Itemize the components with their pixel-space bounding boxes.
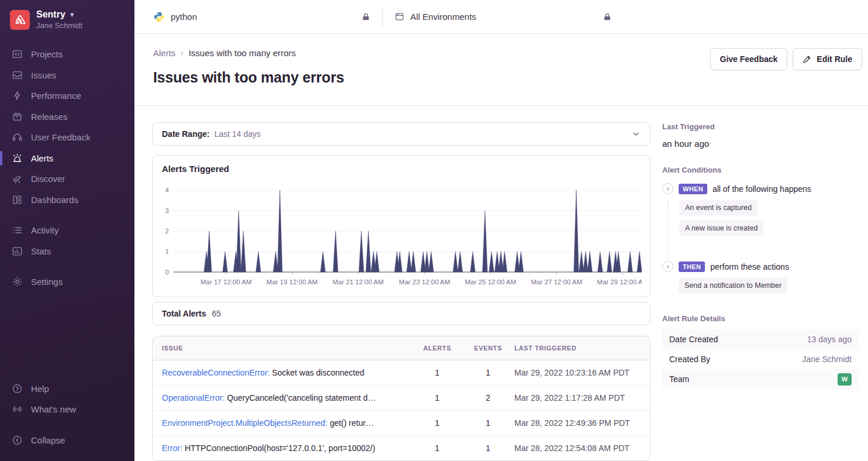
sidebar-item-label: User Feedback — [31, 132, 91, 142]
collapse-icon — [11, 435, 23, 446]
edit-rule-button[interactable]: Edit Rule — [793, 48, 862, 70]
last-triggered-time: Mar 29, 2022 10:23:16 AM PDT — [513, 368, 641, 377]
main-column: Date Range: Last 14 days Alerts Triggere… — [152, 122, 651, 461]
sidebar-item-issues[interactable]: Issues — [0, 65, 134, 86]
alerts-count: 1 — [411, 393, 463, 402]
alerts-triggered-chart: 01234Mar 17 12:00 AMMar 19 12:00 AMMar 2… — [162, 176, 642, 292]
when-badge: WHEN — [679, 184, 707, 194]
sidebar-item-user-feedback[interactable]: User Feedback — [0, 127, 134, 148]
org-switcher[interactable]: Sentry▼ Jane Schmidt — [0, 9, 134, 30]
org-user: Jane Schmidt — [36, 21, 82, 30]
table-row[interactable]: RecoverableConnectionError: Socket was d… — [153, 360, 650, 385]
projects-icon — [11, 49, 23, 60]
lock-icon[interactable] — [361, 12, 371, 22]
date-range-selector[interactable]: Date Range: Last 14 days — [152, 122, 651, 146]
events-count: 1 — [463, 368, 513, 377]
dashboards-icon — [11, 194, 23, 205]
details-panel: Last Triggered an hour ago Alert Conditi… — [662, 122, 859, 389]
table-row[interactable]: OperationalError: QueryCanceled('canceli… — [153, 385, 650, 410]
condition-chip: An event is captured — [679, 200, 758, 215]
sidebar-item-alerts[interactable]: Alerts — [0, 148, 134, 169]
column-header-events: EVENTS — [463, 345, 513, 352]
last-triggered-heading: Last Triggered — [662, 122, 859, 131]
sidebar-item-performance[interactable]: Performance — [0, 85, 134, 106]
sidebar-item-settings[interactable]: Settings — [0, 271, 134, 293]
total-alerts-label: Total Alerts — [162, 309, 206, 318]
issue-link[interactable]: EnvironmentProject.MultipleObjectsReturn… — [162, 418, 327, 428]
issues-table: ISSUE ALERTS EVENTS LAST TRIGGERED Recov… — [152, 336, 651, 461]
chart-title: Alerts Triggered — [162, 164, 642, 174]
sidebar-item-label: Settings — [31, 277, 63, 287]
python-logo-icon — [153, 11, 165, 23]
events-count: 2 — [463, 393, 513, 402]
expand-circle-icon[interactable] — [662, 183, 673, 194]
last-triggered-time: Mar 29, 2022 1:17:28 AM PDT — [513, 393, 641, 402]
action-chip: Send a notification to Member — [679, 278, 787, 293]
alerts-count: 1 — [411, 443, 463, 453]
sidebar-item-whats-new[interactable]: What's new — [0, 399, 134, 420]
svg-text:1: 1 — [165, 248, 169, 255]
when-text: all of the following happens — [713, 184, 811, 194]
then-actions-list: Send a notification to Member — [668, 278, 859, 293]
give-feedback-button[interactable]: Give Feedback — [710, 48, 788, 70]
sentry-logo-icon — [10, 10, 30, 30]
lock-icon[interactable] — [603, 12, 612, 22]
sidebar-item-stats[interactable]: Stats — [0, 241, 134, 262]
sidebar-item-label: Alerts — [31, 153, 53, 163]
pencil-icon — [803, 54, 812, 64]
sidebar-item-projects[interactable]: Projects — [0, 44, 134, 65]
releases-icon — [11, 111, 23, 122]
sidebar: Sentry▼ Jane Schmidt Projects Issues Per… — [0, 0, 134, 461]
when-conditions-list: An event is captured A new issue is crea… — [668, 200, 859, 259]
alert-rule-details-heading: Alert Rule Details — [662, 314, 859, 323]
page-content: Date Range: Last 14 days Alerts Triggere… — [134, 106, 868, 461]
issue-link[interactable]: OperationalError: — [162, 393, 224, 402]
page-title: Issues with too many errors — [153, 69, 344, 86]
svg-text:Mar 29 12:00 AM: Mar 29 12:00 AM — [597, 278, 642, 285]
total-alerts-card: Total Alerts 65 — [152, 302, 651, 325]
date-range-value: Last 14 days — [215, 129, 261, 139]
breadcrumb-alerts-link[interactable]: Alerts — [153, 48, 175, 58]
events-count: 1 — [463, 418, 513, 428]
rule-detail-row: Created By Jane Schmidt — [662, 349, 859, 369]
then-badge: THEN — [679, 262, 705, 272]
alerts-count: 1 — [411, 418, 463, 428]
team-avatar-badge[interactable]: W — [838, 373, 852, 386]
then-condition-row: THEN perform these actions — [662, 261, 859, 272]
sidebar-item-help[interactable]: Help — [0, 379, 134, 400]
chevron-right-icon: › — [181, 49, 183, 57]
alert-conditions-heading: Alert Conditions — [662, 166, 859, 174]
expand-circle-icon[interactable] — [662, 261, 673, 272]
svg-text:Mar 25 12:00 AM: Mar 25 12:00 AM — [465, 278, 516, 285]
page-actions: Give Feedback Edit Rule — [710, 48, 863, 70]
svg-text:Mar 17 12:00 AM: Mar 17 12:00 AM — [200, 278, 252, 285]
sidebar-item-label: Dashboards — [31, 195, 78, 205]
sidebar-collapse-button[interactable]: Collapse — [0, 430, 134, 451]
sidebar-item-discover[interactable]: Discover — [0, 168, 134, 190]
events-count: 1 — [463, 443, 513, 453]
breadcrumb: Alerts › Issues with too many errors — [153, 48, 344, 58]
table-row[interactable]: EnvironmentProject.MultipleObjectsReturn… — [153, 410, 650, 435]
sidebar-item-releases[interactable]: Releases — [0, 106, 134, 128]
sidebar-item-label: Projects — [31, 49, 63, 59]
breadcrumb-current: Issues with too many errors — [189, 48, 296, 58]
issues-icon — [11, 70, 23, 81]
sidebar-item-dashboards[interactable]: Dashboards — [0, 190, 134, 211]
sidebar-item-label: Stats — [31, 246, 51, 256]
sidebar-item-activity[interactable]: Activity — [0, 220, 134, 241]
when-condition-row: WHEN all of the following happens — [662, 183, 859, 194]
svg-text:Mar 27 12:00 AM: Mar 27 12:00 AM — [531, 278, 582, 285]
activity-icon — [11, 225, 23, 236]
sidebar-item-label: Activity — [31, 225, 59, 235]
alerts-icon — [11, 153, 23, 164]
issue-link[interactable]: Error: — [162, 443, 182, 453]
settings-icon — [11, 276, 23, 287]
help-icon — [11, 383, 23, 394]
svg-text:3: 3 — [165, 207, 169, 214]
sidebar-item-label: Performance — [31, 91, 81, 101]
environment-picker[interactable]: All Environments — [395, 12, 612, 22]
table-row[interactable]: Error: HTTPConnectionPool(host='127.0.0.… — [153, 435, 650, 460]
project-picker[interactable]: python — [153, 11, 371, 23]
discover-icon — [11, 173, 23, 184]
issue-link[interactable]: RecoverableConnectionError: — [162, 368, 269, 377]
